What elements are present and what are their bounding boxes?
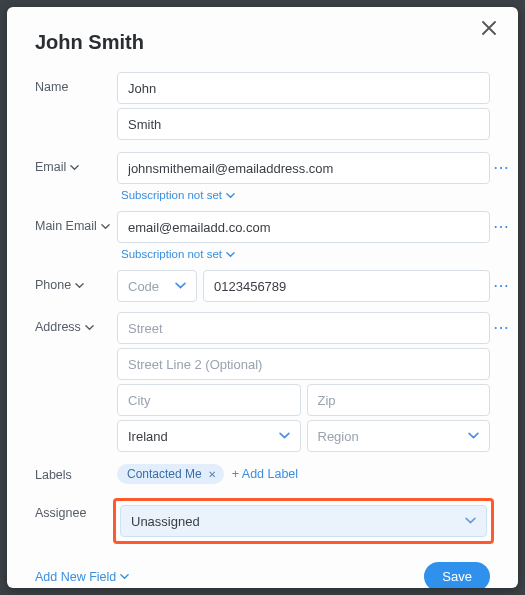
zip-input[interactable] [307, 384, 491, 416]
last-name-input[interactable] [117, 108, 490, 140]
chevron-down-icon [101, 222, 110, 231]
label-name: Name [35, 72, 117, 94]
street2-input[interactable] [117, 348, 490, 380]
label-labels: Labels [35, 460, 117, 482]
main-email-subscription-link[interactable]: Subscription not set [117, 248, 490, 260]
phone-code-select[interactable]: Code [117, 270, 197, 302]
label-phone[interactable]: Phone [35, 270, 117, 292]
main-email-input[interactable] [117, 211, 490, 243]
contact-edit-modal: John Smith Name Email Subscription not s… [7, 7, 518, 588]
region-select[interactable]: Region [307, 420, 491, 452]
chevron-down-icon [465, 514, 476, 529]
country-select[interactable]: Ireland [117, 420, 301, 452]
save-button[interactable]: Save [424, 562, 490, 588]
close-icon[interactable] [482, 21, 502, 41]
chevron-down-icon [85, 323, 94, 332]
chevron-down-icon [70, 163, 79, 172]
first-name-input[interactable] [117, 72, 490, 104]
street-input[interactable] [117, 312, 490, 344]
phone-more-icon[interactable]: ⋯ [493, 278, 510, 294]
label-main-email[interactable]: Main Email [35, 211, 117, 233]
modal-title: John Smith [35, 31, 490, 54]
city-input[interactable] [117, 384, 301, 416]
chevron-down-icon [468, 429, 479, 444]
address-more-icon[interactable]: ⋯ [493, 320, 510, 336]
chip-remove-icon[interactable]: ✕ [208, 469, 216, 480]
add-label-link[interactable]: + Add Label [232, 467, 298, 481]
assignee-highlight: Unassigned [113, 498, 494, 544]
email-subscription-link[interactable]: Subscription not set [117, 189, 490, 201]
label-chip[interactable]: Contacted Me ✕ [117, 464, 224, 484]
label-address[interactable]: Address [35, 312, 117, 334]
email-input[interactable] [117, 152, 490, 184]
phone-number-input[interactable] [203, 270, 490, 302]
add-new-field-link[interactable]: Add New Field [35, 570, 129, 584]
label-email[interactable]: Email [35, 152, 117, 174]
assignee-select[interactable]: Unassigned [120, 505, 487, 537]
email-more-icon[interactable]: ⋯ [493, 160, 510, 176]
label-assignee: Assignee [35, 498, 117, 520]
chevron-down-icon [175, 279, 186, 294]
main-email-more-icon[interactable]: ⋯ [493, 219, 510, 235]
chevron-down-icon [75, 281, 84, 290]
chevron-down-icon [279, 429, 290, 444]
